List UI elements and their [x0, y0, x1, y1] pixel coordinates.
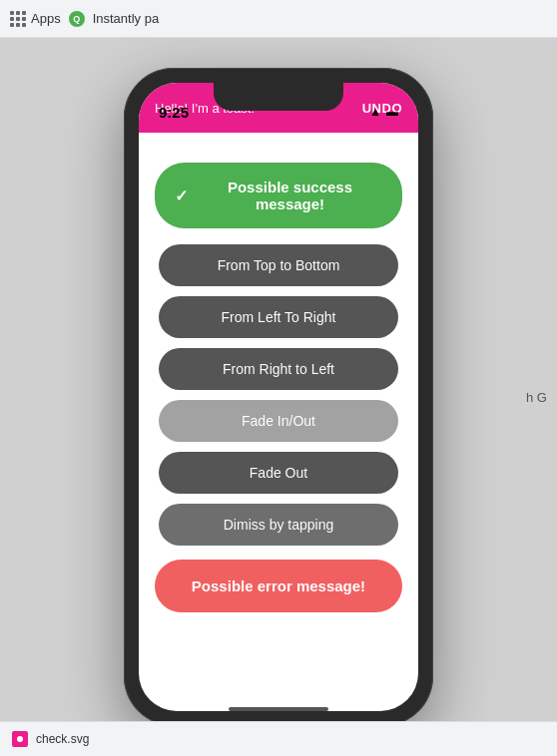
fade-out-label: Fade Out	[250, 465, 307, 481]
battery-icon: ▬	[386, 105, 398, 119]
file-icon	[12, 731, 28, 747]
apps-label: Apps	[31, 11, 61, 26]
apps-grid-icon	[10, 11, 26, 27]
apps-button[interactable]: Apps	[10, 11, 61, 27]
fade-out-button[interactable]: Fade Out	[159, 452, 398, 494]
from-right-to-left-button[interactable]: From Right to Left	[159, 348, 398, 390]
from-left-to-right-label: From Left To Right	[222, 309, 336, 325]
check-icon: ✓	[175, 187, 188, 205]
success-button[interactable]: ✓ Possible success message!	[155, 163, 402, 228]
from-right-to-left-label: From Right to Left	[223, 361, 334, 377]
tab-label: Instantly pa	[93, 11, 160, 26]
error-text: Possible error message!	[192, 577, 365, 594]
fade-in-out-button[interactable]: Fade In/Out	[159, 400, 398, 442]
from-top-to-bottom-label: From Top to Bottom	[218, 257, 340, 273]
screen-content: ✓ Possible success message! From Top to …	[139, 133, 418, 711]
fade-in-out-label: Fade In/Out	[242, 413, 315, 429]
file-name: check.svg	[36, 732, 89, 746]
phone-frame: 9:25 ▲ ▬ Hello! I'm a toast! UNDO ✓ Poss…	[124, 68, 433, 726]
browser-bar: Apps Q Instantly pa	[0, 0, 557, 38]
error-button[interactable]: Possible error message!	[155, 560, 402, 612]
dismiss-by-tapping-button[interactable]: Dimiss by tapping	[159, 504, 398, 546]
dismiss-by-tapping-label: Dimiss by tapping	[224, 517, 334, 533]
phone-screen: 9:25 ▲ ▬ Hello! I'm a toast! UNDO ✓ Poss…	[139, 83, 418, 711]
tab-favicon: Q	[69, 11, 85, 27]
home-indicator	[229, 707, 328, 711]
status-time: 9:25	[159, 104, 189, 121]
success-text: Possible success message!	[198, 179, 382, 212]
bottom-bar: check.svg	[0, 721, 557, 756]
status-icons: ▲ ▬	[369, 105, 398, 119]
right-edge-label: h G	[526, 390, 547, 405]
from-top-to-bottom-button[interactable]: From Top to Bottom	[159, 244, 398, 286]
content-area: 9:25 ▲ ▬ Hello! I'm a toast! UNDO ✓ Poss…	[0, 38, 557, 756]
wifi-icon: ▲	[369, 105, 381, 119]
phone-notch	[214, 83, 343, 111]
from-left-to-right-button[interactable]: From Left To Right	[159, 296, 398, 338]
file-icon-dot	[17, 736, 23, 742]
